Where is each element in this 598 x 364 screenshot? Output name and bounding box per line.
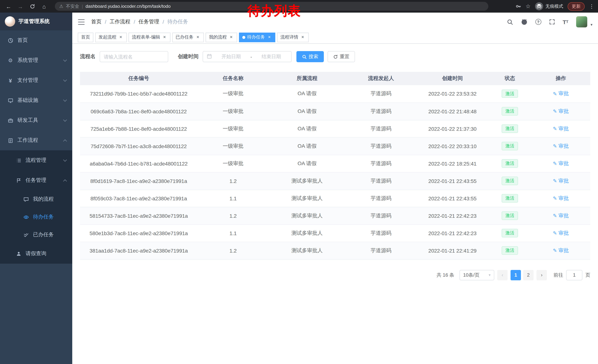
approve-link[interactable]: ✎审批: [553, 195, 569, 202]
table-row[interactable]: 73211d9d-7b9b-11ec-b5b7-acde48001122 一级审…: [80, 85, 590, 103]
table-row[interactable]: 75d72608-7b7f-11ec-a3c8-acde48001122 一级审…: [80, 138, 590, 155]
table-row[interactable]: 381aa1dd-7ac8-11ec-a9e2-a2380e71991a 1.2…: [80, 242, 590, 259]
fullscreen-icon[interactable]: [549, 19, 555, 25]
tab-close-icon[interactable]: ×: [300, 35, 305, 40]
approve-link[interactable]: ✎审批: [553, 125, 569, 132]
cell-created: 2022-01-22 20:33:10: [417, 138, 488, 155]
tab-5[interactable]: 待办任务×: [239, 32, 275, 42]
status-badge: 激活: [502, 159, 518, 168]
table-row[interactable]: 8f0d1619-7ac8-11ec-a9e2-a2380e71991a 1.2…: [80, 172, 590, 190]
approve-link[interactable]: ✎审批: [553, 143, 569, 149]
tab-1[interactable]: 发起流程×: [95, 32, 127, 42]
tab-close-icon[interactable]: ×: [118, 35, 123, 40]
sidebar-item-payment[interactable]: ¥ 支付管理: [0, 70, 72, 90]
not-secure-label: 不安全: [66, 3, 79, 9]
browser-home-icon[interactable]: ⌂: [39, 1, 49, 11]
approve-link[interactable]: ✎审批: [553, 212, 569, 219]
page-size-select[interactable]: 10条/页 ▾: [459, 270, 494, 280]
next-page-button[interactable]: ›: [537, 270, 547, 280]
status-badge: 激活: [502, 229, 518, 237]
sidebar-item-system[interactable]: ⚙ 系统管理: [0, 50, 72, 70]
password-key-icon[interactable]: [515, 3, 521, 9]
tab-close-icon[interactable]: ×: [267, 35, 272, 40]
cell-task-id: 8f0d1619-7ac8-11ec-a9e2-a2380e71991a: [80, 172, 197, 190]
approve-link[interactable]: ✎审批: [553, 247, 569, 254]
sidebar-item-workflow[interactable]: 工作流程: [0, 130, 72, 150]
page-button-2[interactable]: 2: [523, 270, 533, 280]
sidebar-item-devtools[interactable]: 研发工具: [0, 110, 72, 130]
breadcrumb-workflow[interactable]: 工作流程: [110, 18, 130, 25]
avatar[interactable]: [576, 16, 587, 27]
app-logo-image: [5, 16, 15, 27]
cell-created: 2022-01-21 22:41:29: [417, 242, 488, 259]
browser-menu-icon[interactable]: ⋮: [589, 3, 594, 9]
tab-close-icon[interactable]: ×: [229, 35, 234, 40]
tab-4[interactable]: 我的流程×: [206, 32, 237, 42]
sidebar-item-infra[interactable]: 基础设施: [0, 90, 72, 110]
sidebar-item-home[interactable]: 首页: [0, 30, 72, 50]
reset-button[interactable]: 重置: [328, 51, 355, 62]
process-name-input[interactable]: [100, 51, 168, 62]
pager-pages: 12: [511, 270, 533, 280]
tab-6[interactable]: 流程详情×: [277, 32, 309, 42]
red-annotation-text: 待办列表: [248, 2, 301, 20]
search-icon[interactable]: [507, 19, 513, 25]
github-icon[interactable]: [521, 18, 527, 25]
tab-3[interactable]: 已办任务×: [172, 32, 204, 42]
tab-close-icon[interactable]: ×: [195, 35, 200, 40]
cell-task-name: 一级审批: [197, 103, 269, 120]
sidebar-item-task-mgmt[interactable]: 任务管理: [0, 170, 72, 190]
sidebar-toggle-icon[interactable]: [78, 18, 85, 25]
bookmark-star-icon[interactable]: ☆: [526, 3, 531, 10]
cell-process: OA 请假: [269, 120, 345, 138]
page-button-1[interactable]: 1: [511, 270, 521, 280]
sidebar-item-my-process[interactable]: 我的流程: [0, 190, 72, 208]
incognito-badge: 无痕模式: [535, 2, 563, 10]
header-task-name: 任务名称: [197, 72, 269, 85]
date-range-picker[interactable]: 开始日期 - 结束日期: [203, 51, 291, 62]
approve-link[interactable]: ✎审批: [553, 90, 569, 97]
avatar-caret-icon[interactable]: ▾: [590, 23, 592, 27]
cell-task-name: 1.1: [197, 224, 269, 242]
sidebar-item-process-mgmt[interactable]: 流程管理: [0, 150, 72, 170]
approve-link[interactable]: ✎审批: [553, 178, 569, 184]
browser-back-icon[interactable]: ←: [4, 1, 13, 11]
tab-0[interactable]: 首页: [78, 32, 93, 42]
font-size-icon[interactable]: TT: [563, 19, 568, 25]
browser-reload-icon[interactable]: [27, 1, 37, 11]
browser-forward-icon[interactable]: →: [16, 1, 25, 11]
sidebar-item-leave-query[interactable]: 请假查询: [0, 244, 72, 264]
breadcrumb-home[interactable]: 首页: [91, 18, 101, 25]
approve-link[interactable]: ✎审批: [553, 160, 569, 167]
cell-created: 2022-01-21 22:43:55: [417, 172, 488, 190]
sidebar-item-todo-tasks[interactable]: 待办任务: [0, 208, 72, 226]
app-logo-row[interactable]: 芋道管理系统: [0, 13, 72, 30]
chevron-down-icon: ▾: [489, 273, 490, 277]
table-row[interactable]: 58154733-7ac8-11ec-a9e2-a2380e71991a 1.2…: [80, 207, 590, 224]
sidebar-item-done-tasks[interactable]: 已办任务: [0, 226, 72, 244]
cell-process: 测试多审批人: [269, 172, 345, 190]
prev-page-button[interactable]: ‹: [497, 270, 507, 280]
approve-link[interactable]: ✎审批: [553, 108, 569, 115]
update-button[interactable]: 更新: [568, 2, 585, 11]
table-row[interactable]: a6aba0a4-7b6d-11ec-b781-acde48001122 一级审…: [80, 155, 590, 172]
tab-close-icon[interactable]: ×: [162, 35, 167, 40]
tab-label: 已办任务: [176, 34, 193, 40]
goto-page-input[interactable]: [566, 270, 582, 280]
header-action: 操作: [532, 72, 590, 85]
sidebar-item-label: 工作流程: [17, 137, 38, 144]
approve-label: 审批: [558, 125, 569, 132]
table-row[interactable]: 8f059c03-7ac8-11ec-a9e2-a2380e71991a 1.1…: [80, 190, 590, 207]
help-icon[interactable]: ?: [535, 19, 541, 25]
search-button[interactable]: 搜索: [296, 51, 324, 62]
cell-task-id: 580e1b3d-7ac8-11ec-a9e2-a2380e71991a: [80, 224, 197, 242]
pencil-icon: ✎: [553, 126, 557, 131]
breadcrumb-current: 待办任务: [167, 18, 188, 25]
tab-2[interactable]: 流程表单-编辑×: [129, 32, 170, 42]
approve-link[interactable]: ✎审批: [553, 230, 569, 236]
table-row[interactable]: 580e1b3d-7ac8-11ec-a9e2-a2380e71991a 1.1…: [80, 224, 590, 242]
breadcrumb-task-mgmt[interactable]: 任务管理: [139, 18, 159, 25]
table-row[interactable]: 725a1eb6-7b88-11ec-8ef0-acde48001122 一级审…: [80, 120, 590, 138]
table-row[interactable]: 069c6a63-7b8a-11ec-8ef0-acde48001122 一级审…: [80, 103, 590, 120]
cell-status: 激活: [488, 138, 532, 155]
